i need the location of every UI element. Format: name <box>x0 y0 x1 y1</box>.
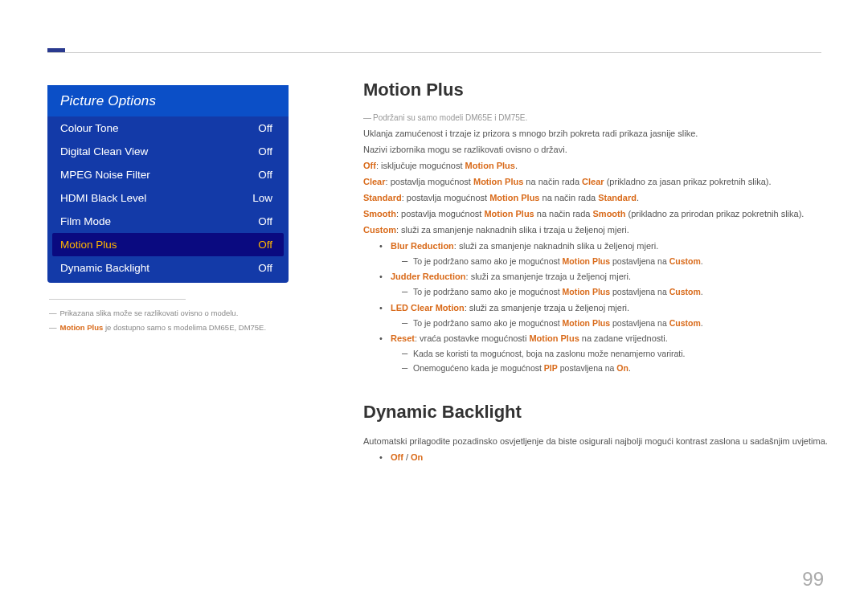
menu-item-value: Off <box>258 145 272 157</box>
custom-list: Blur Reduction: služi za smanjenje nakna… <box>363 239 829 375</box>
menu-item-label: Digital Clean View <box>60 145 148 157</box>
dbl-option: Off / On <box>379 451 829 464</box>
opt-clear: Clear: postavlja mogućnost Motion Plus n… <box>363 175 829 189</box>
menu-item[interactable]: Digital Clean ViewOff <box>47 140 289 163</box>
sidebar-footnotes: ―Prikazana slika može se razlikovati ovi… <box>47 299 289 335</box>
menu-item[interactable]: Dynamic BacklightOff <box>47 256 289 280</box>
sidebar: Picture Options Colour ToneOffDigital Cl… <box>47 85 289 335</box>
menu-item-label: Dynamic Backlight <box>60 262 149 274</box>
menu-list: Colour ToneOffDigital Clean ViewOffMPEG … <box>47 116 289 283</box>
header-rule <box>47 52 821 53</box>
menu-item-label: Motion Plus <box>60 239 117 251</box>
main-content: Motion Plus ―Podržani su samo modeli DM6… <box>363 76 829 467</box>
desc-2: Nazivi izbornika mogu se razlikovati ovi… <box>363 143 829 157</box>
footnote-1-text: Prikazana slika može se razlikovati ovis… <box>60 309 239 317</box>
menu-item-value: Low <box>252 192 272 204</box>
footnote-2: ―Motion Plus je dostupno samo s modelima… <box>49 321 287 335</box>
heading-motion-plus: Motion Plus <box>363 76 829 104</box>
menu-item-label: Colour Tone <box>60 122 119 134</box>
menu-item-label: MPEG Noise Filter <box>60 169 150 181</box>
menu-item-label: HDMI Black Level <box>60 192 146 204</box>
menu-item-label: Film Mode <box>60 215 111 227</box>
footnote-2-hl: Motion Plus <box>60 323 104 332</box>
model-note-text: Podržani su samo modeli DM65E i DM75E. <box>373 113 527 122</box>
item-judder-sub: To je podržano samo ako je mogućnost Mot… <box>402 285 829 298</box>
menu-item-value: Off <box>258 122 272 134</box>
item-blur-sub: To je podržano samo ako je mogućnost Mot… <box>402 255 829 268</box>
opt-smooth: Smooth: postavlja mogućnost Motion Plus … <box>363 207 829 221</box>
opt-off: Off: isključuje mogućnost Motion Plus. <box>363 159 829 173</box>
menu-item-value: Off <box>258 169 272 181</box>
menu-item[interactable]: Motion PlusOff <box>52 233 284 256</box>
menu-item[interactable]: Colour ToneOff <box>47 116 289 140</box>
menu-item-value: Off <box>258 239 272 251</box>
footnote-1: ―Prikazana slika može se razlikovati ovi… <box>49 306 287 321</box>
dbl-list: Off / On <box>363 451 829 464</box>
item-led: LED Clear Motion: služi za smanjenje trz… <box>379 301 829 329</box>
opt-standard: Standard: postavlja mogućnost Motion Plu… <box>363 191 829 205</box>
footnote-2-rest: je dostupno samo s modelima DM65E, DM75E… <box>103 323 266 332</box>
opt-custom: Custom: služi za smanjenje naknadnih sli… <box>363 223 829 237</box>
page-number: 99 <box>802 568 824 591</box>
dbl-desc: Automatski prilagodite pozadinsko osvjet… <box>363 435 829 448</box>
item-led-sub: To je podržano samo ako je mogućnost Mot… <box>402 317 829 329</box>
menu-item-value: Off <box>258 215 272 227</box>
menu-item-value: Off <box>258 262 272 274</box>
menu-item[interactable]: HDMI Black LevelLow <box>47 186 289 210</box>
item-reset-sub1: Kada se koristi ta mogućnost, boja na za… <box>402 347 829 360</box>
heading-dynamic-backlight: Dynamic Backlight <box>363 398 829 426</box>
item-reset: Reset: vraća postavke mogućnosti Motion … <box>379 332 829 375</box>
model-note: ―Podržani su samo modeli DM65E i DM75E. <box>363 112 829 125</box>
menu-title: Picture Options <box>47 85 289 116</box>
desc-1: Uklanja zamućenost i trzaje iz prizora s… <box>363 127 829 141</box>
menu-item[interactable]: Film ModeOff <box>47 210 289 233</box>
item-reset-sub2: Onemogućeno kada je mogućnost PIP postav… <box>402 362 829 374</box>
menu-item[interactable]: MPEG Noise FilterOff <box>47 163 289 186</box>
item-blur: Blur Reduction: služi za smanjenje nakna… <box>379 239 829 268</box>
item-judder: Judder Reduction: služi za smanjenje trz… <box>379 270 829 298</box>
